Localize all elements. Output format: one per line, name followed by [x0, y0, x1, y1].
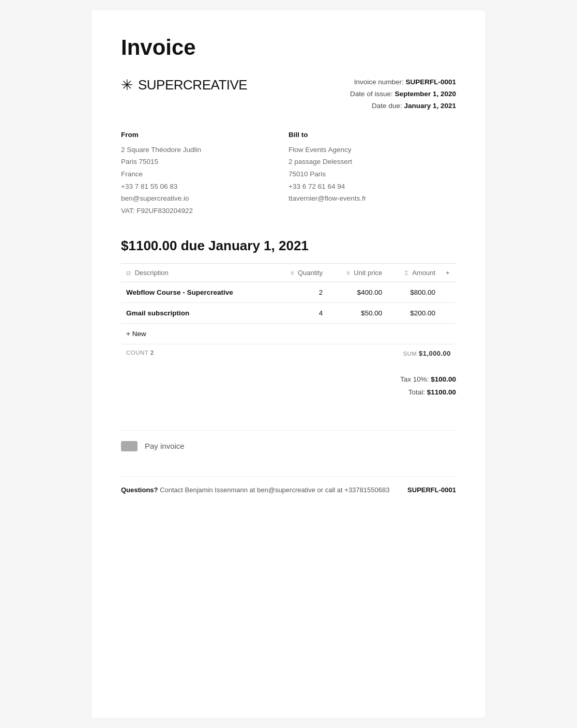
- sum-label: SUM: [403, 351, 417, 357]
- invoice-due-value: January 1, 2021: [404, 102, 456, 110]
- count-section: COUNT 2: [126, 350, 154, 357]
- row1-description: Webflow Course - Supercreative: [121, 282, 273, 302]
- company-logo: ✳ SUPERCREATIVE: [121, 77, 247, 94]
- invoice-due-line: Date due: January 1, 2021: [350, 100, 456, 112]
- row2-amount: $200.00: [387, 302, 441, 323]
- footer-questions: Questions? Contact Benjamin Issenmann at…: [121, 485, 389, 496]
- from-address-text: 2 Square Théodore Judlin Paris 75015 Fra…: [121, 144, 288, 217]
- invoice-issue-value: September 1, 2020: [394, 90, 456, 98]
- footer-questions-label: Questions?: [121, 486, 158, 494]
- row1-quantity: 2: [273, 282, 328, 302]
- bill-to-label: Bill to: [288, 131, 456, 139]
- row2-description: Gmail subscription: [121, 302, 273, 323]
- pay-section[interactable]: Pay invoice: [121, 430, 456, 451]
- footer-questions-text: Contact Benjamin Issenmann at ben@superc…: [158, 486, 390, 494]
- logo-icon: ✳: [121, 77, 133, 94]
- from-phone: +33 7 81 55 06 83: [121, 180, 288, 193]
- row2-unit-price: $50.00: [328, 302, 387, 323]
- count-value: 2: [150, 350, 154, 356]
- row1-amount: $800.00: [387, 282, 441, 302]
- col-unit-price: # Unit price: [328, 263, 387, 282]
- col-add[interactable]: +: [441, 263, 456, 282]
- from-address: From 2 Square Théodore Judlin Paris 7501…: [121, 131, 288, 217]
- invoice-number-value: SUPERFL-0001: [405, 78, 456, 86]
- invoice-issue-line: Date of issue: September 1, 2020: [350, 88, 456, 100]
- from-address-line2: Paris 75015: [121, 156, 288, 168]
- bill-to-company: Flow Events Agency: [288, 144, 456, 156]
- bill-to-address-line1: 2 passage Delessert: [288, 156, 456, 168]
- from-vat: VAT: F92UF830204922: [121, 205, 288, 217]
- from-label: From: [121, 131, 288, 139]
- payment-card-icon: [121, 441, 138, 451]
- invoice-number-line: Invoice number: SUPERFL-0001: [350, 77, 456, 88]
- amount-icon: Σ: [405, 270, 408, 276]
- bill-to-address-text: Flow Events Agency 2 passage Delessert 7…: [288, 144, 456, 205]
- table-row: Webflow Course - Supercreative 2 $400.00…: [121, 282, 456, 302]
- row1-actions: [441, 282, 456, 302]
- from-address-line1: 2 Square Théodore Judlin: [121, 144, 288, 156]
- tax-label: Tax 10%:: [400, 375, 429, 383]
- sum-value: $1,000.00: [419, 350, 451, 357]
- count-label: COUNT: [126, 350, 148, 356]
- footer-invoice-number: SUPERFL-0001: [407, 485, 456, 496]
- logo-bold: SUPER: [138, 77, 183, 93]
- unit-price-icon: #: [347, 270, 350, 276]
- footer-section: Questions? Contact Benjamin Issenmann at…: [121, 476, 456, 496]
- logo-text: SUPERCREATIVE: [138, 77, 247, 93]
- bill-to-phone: +33 6 72 61 64 94: [288, 180, 456, 193]
- items-table: ⊟ Description # Quantity # Unit price Σ …: [121, 263, 456, 344]
- new-row-label[interactable]: + New: [121, 323, 456, 344]
- col-amount: Σ Amount: [387, 263, 441, 282]
- row2-actions: [441, 302, 456, 323]
- pay-invoice-label[interactable]: Pay invoice: [145, 442, 185, 450]
- col-quantity: # Quantity: [273, 263, 328, 282]
- table-row: Gmail subscription 4 $50.00 $200.00: [121, 302, 456, 323]
- invoice-due-label: Date due:: [372, 102, 402, 110]
- invoice-header: ✳ SUPERCREATIVE Invoice number: SUPERFL-…: [121, 77, 456, 112]
- invoice-number-label: Invoice number:: [354, 78, 404, 86]
- from-address-line3: France: [121, 168, 288, 180]
- invoice-meta: Invoice number: SUPERFL-0001 Date of iss…: [350, 77, 456, 112]
- due-amount: $1100.00 due January 1, 2021: [121, 238, 456, 254]
- total-line: Total: $1100.00: [400, 386, 456, 399]
- tax-value: $100.00: [431, 375, 456, 383]
- description-icon: ⊟: [126, 270, 131, 276]
- invoice-title: Invoice: [121, 35, 456, 60]
- count-sum-row: COUNT 2 SUM $1,000.00: [121, 344, 456, 362]
- from-email: ben@supercreative.io: [121, 192, 288, 205]
- invoice-document: Invoice ✳ SUPERCREATIVE Invoice number: …: [92, 10, 485, 718]
- addresses-section: From 2 Square Théodore Judlin Paris 7501…: [121, 131, 456, 217]
- sum-section: SUM $1,000.00: [403, 350, 451, 357]
- invoice-issue-label: Date of issue:: [350, 90, 393, 98]
- row1-unit-price: $400.00: [328, 282, 387, 302]
- total-label: Total:: [408, 388, 425, 396]
- quantity-icon: #: [291, 270, 294, 276]
- totals-section: Tax 10%: $100.00 Total: $1100.00: [121, 373, 456, 399]
- bill-to-email: ttavernier@flow-events.fr: [288, 192, 456, 205]
- tax-line: Tax 10%: $100.00: [400, 373, 456, 386]
- row2-quantity: 4: [273, 302, 328, 323]
- total-value: $1100.00: [427, 388, 456, 396]
- col-description: ⊟ Description: [121, 263, 273, 282]
- totals-block: Tax 10%: $100.00 Total: $1100.00: [400, 373, 456, 399]
- bill-to-address-line2: 75010 Paris: [288, 168, 456, 180]
- bill-to-address: Bill to Flow Events Agency 2 passage Del…: [288, 131, 456, 217]
- logo-light: CREATIVE: [183, 77, 247, 93]
- new-row[interactable]: + New: [121, 323, 456, 344]
